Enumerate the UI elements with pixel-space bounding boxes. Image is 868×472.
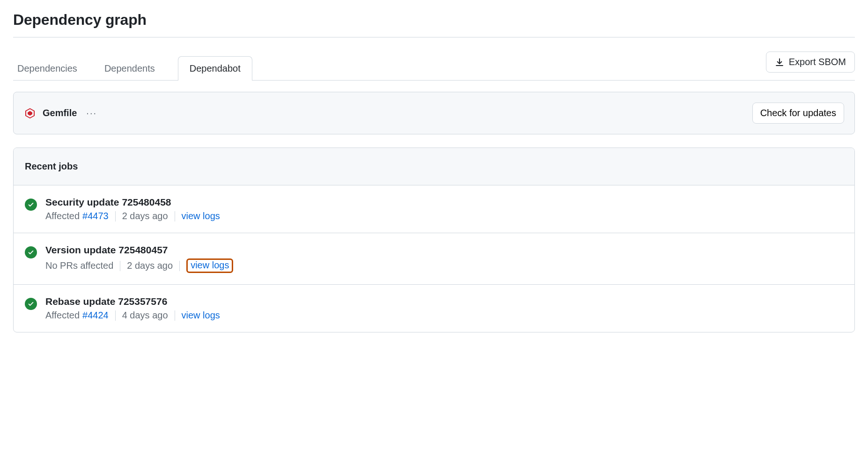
download-icon <box>775 58 784 67</box>
recent-jobs-heading: Recent jobs <box>14 148 854 185</box>
tabs: Dependencies Dependents Dependabot <box>13 56 252 80</box>
check-circle-icon <box>25 199 37 211</box>
job-row: Rebase update 725357576 Affected #4424 4… <box>14 285 854 332</box>
job-row: Security update 725480458 Affected #4473… <box>14 185 854 233</box>
job-meta: No PRs affected 2 days ago view logs <box>45 258 233 273</box>
divider <box>115 310 116 321</box>
job-title: Security update 725480458 <box>45 197 220 208</box>
divider <box>175 310 175 321</box>
job-affected-label: Affected <box>45 310 80 321</box>
divider <box>13 37 855 37</box>
svg-marker-1 <box>28 111 32 116</box>
gemfile-name: Gemfile <box>43 108 77 118</box>
pr-link[interactable]: #4473 <box>82 211 109 221</box>
job-title: Version update 725480457 <box>45 244 233 256</box>
check-updates-button[interactable]: Check for updates <box>752 103 844 124</box>
job-body: Security update 725480458 Affected #4473… <box>45 197 220 221</box>
view-logs-link[interactable]: view logs <box>182 310 220 321</box>
tab-dependabot[interactable]: Dependabot <box>178 56 252 81</box>
check-circle-icon <box>25 246 37 258</box>
divider <box>115 211 116 221</box>
recent-jobs-panel: Recent jobs Security update 725480458 Af… <box>13 148 855 332</box>
job-affected-label: Affected <box>45 211 80 221</box>
tab-dependents[interactable]: Dependents <box>100 56 159 81</box>
job-meta: Affected #4424 4 days ago view logs <box>45 310 220 321</box>
highlight-box: view logs <box>186 258 233 273</box>
job-time: 2 days ago <box>122 211 168 221</box>
divider <box>179 261 180 271</box>
gemfile-panel: Gemfile ··· Check for updates <box>13 92 855 134</box>
check-circle-icon <box>25 298 37 310</box>
kebab-icon[interactable]: ··· <box>83 107 100 119</box>
export-sbom-label: Export SBOM <box>789 57 846 67</box>
divider <box>120 261 120 271</box>
job-affected-label: No PRs affected <box>45 260 113 271</box>
view-logs-link[interactable]: view logs <box>191 260 229 271</box>
tab-dependencies[interactable]: Dependencies <box>13 56 81 81</box>
job-meta: Affected #4473 2 days ago view logs <box>45 211 220 221</box>
job-time: 2 days ago <box>127 260 173 271</box>
divider <box>175 211 175 221</box>
job-body: Rebase update 725357576 Affected #4424 4… <box>45 296 220 321</box>
job-time: 4 days ago <box>122 310 168 321</box>
job-title: Rebase update 725357576 <box>45 296 220 307</box>
ruby-icon <box>24 107 36 119</box>
view-logs-link[interactable]: view logs <box>182 211 220 221</box>
gemfile-left: Gemfile ··· <box>24 107 100 119</box>
page: Dependency graph Dependencies Dependents… <box>0 0 868 332</box>
pr-link[interactable]: #4424 <box>82 310 109 321</box>
tabs-row: Dependencies Dependents Dependabot Expor… <box>13 52 855 81</box>
job-body: Version update 725480457 No PRs affected… <box>45 244 233 273</box>
export-sbom-button[interactable]: Export SBOM <box>766 52 855 73</box>
job-row: Version update 725480457 No PRs affected… <box>14 233 854 285</box>
page-title: Dependency graph <box>13 11 855 29</box>
